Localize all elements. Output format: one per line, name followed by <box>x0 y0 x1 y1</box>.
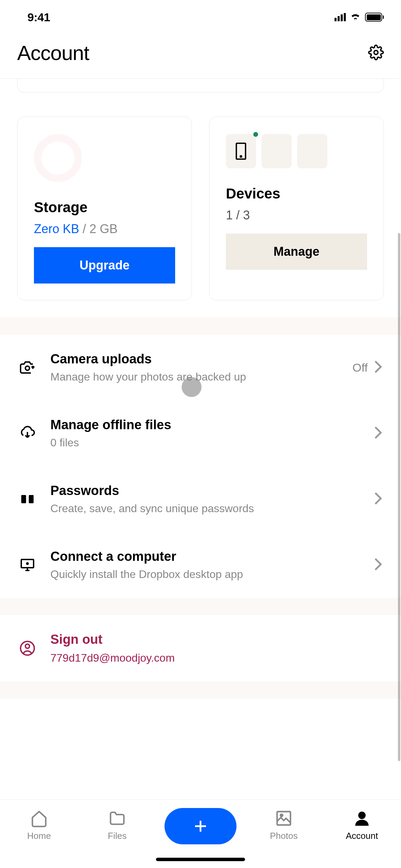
connect-computer-row[interactable]: Connect a computer Quickly install the D… <box>0 532 401 598</box>
svg-point-11 <box>280 814 283 817</box>
image-icon <box>275 809 293 827</box>
devices-count: 1 / 3 <box>226 208 367 222</box>
chevron-right-icon <box>374 492 382 507</box>
tab-account[interactable]: Account <box>331 809 393 841</box>
list-subtitle: Create, save, and sync unique passwords <box>50 502 360 515</box>
list-content: Manage offline files 0 files <box>50 418 360 449</box>
add-button[interactable] <box>165 808 236 844</box>
storage-used: Zero KB <box>34 222 79 236</box>
list-content: Connect a computer Quickly install the D… <box>50 549 360 581</box>
device-slot-empty <box>262 134 292 168</box>
storage-title: Storage <box>34 199 175 216</box>
settings-button[interactable] <box>368 45 384 62</box>
list-title: Passwords <box>50 483 360 498</box>
device-slot-active <box>226 134 256 168</box>
storage-usage-ring-icon <box>34 134 82 182</box>
status-label: Off <box>352 361 368 374</box>
list-trailing <box>374 557 382 572</box>
chevron-right-icon <box>374 557 382 572</box>
previous-card-edge <box>17 79 384 93</box>
svg-point-2 <box>240 156 242 157</box>
cellular-signal-icon <box>335 13 346 21</box>
scrollbar[interactable] <box>398 233 400 761</box>
tab-label: Files <box>108 831 127 841</box>
list-content: Passwords Create, save, and sync unique … <box>50 483 360 515</box>
home-indicator[interactable] <box>156 858 245 861</box>
list-title: Manage offline files <box>50 418 360 432</box>
battery-icon <box>365 13 384 22</box>
gear-icon <box>368 45 384 60</box>
device-slot-empty <box>297 134 327 168</box>
page-title: Account <box>17 41 89 65</box>
list-subtitle: 0 files <box>50 436 360 449</box>
devices-title: Devices <box>226 185 367 202</box>
home-icon <box>30 809 48 827</box>
storage-total: / 2 GB <box>79 222 118 236</box>
list-subtitle: Quickly install the Dropbox desktop app <box>50 568 360 581</box>
user-circle-icon <box>19 640 36 656</box>
svg-point-0 <box>374 50 378 55</box>
list-trailing <box>374 426 382 441</box>
tab-files[interactable]: Files <box>86 809 148 841</box>
status-time: 9:41 <box>27 11 50 24</box>
svg-rect-4 <box>21 495 26 503</box>
cloud-download-icon <box>19 425 36 442</box>
storage-info: Zero KB / 2 GB <box>34 222 175 236</box>
svg-rect-5 <box>29 495 34 503</box>
passwords-icon <box>19 491 36 507</box>
passwords-row[interactable]: Passwords Create, save, and sync unique … <box>0 466 401 532</box>
touch-indicator <box>182 377 202 397</box>
list-content: Sign out 779d17d9@moodjoy.com <box>50 632 382 664</box>
summary-cards: Storage Zero KB / 2 GB Upgrade Devices 1… <box>0 93 401 317</box>
chevron-right-icon <box>374 360 382 375</box>
manage-button[interactable]: Manage <box>226 233 367 270</box>
svg-point-7 <box>27 563 28 564</box>
tab-label: Account <box>346 831 378 841</box>
section-divider <box>0 317 401 335</box>
chevron-right-icon <box>374 426 382 441</box>
section-divider <box>0 682 401 699</box>
devices-card[interactable]: Devices 1 / 3 Manage <box>209 117 384 300</box>
sign-out-row[interactable]: Sign out 779d17d9@moodjoy.com <box>0 615 401 682</box>
svg-point-3 <box>25 366 29 370</box>
upgrade-button[interactable]: Upgrade <box>34 247 175 284</box>
wifi-icon <box>350 12 361 22</box>
section-divider <box>0 598 401 615</box>
tab-home[interactable]: Home <box>8 809 70 841</box>
folder-icon <box>108 809 126 827</box>
svg-point-12 <box>358 812 366 819</box>
sign-out-email: 779d17d9@moodjoy.com <box>50 652 382 664</box>
camera-upload-icon <box>19 359 36 376</box>
page-header: Account <box>0 34 401 79</box>
list-trailing <box>374 492 382 507</box>
person-icon <box>353 809 371 827</box>
status-indicators <box>335 12 384 22</box>
svg-point-9 <box>25 644 29 648</box>
plus-icon <box>192 818 209 834</box>
list-title: Connect a computer <box>50 549 360 564</box>
monitor-icon <box>19 557 36 573</box>
signout-section: Sign out 779d17d9@moodjoy.com <box>0 615 401 682</box>
tab-photos[interactable]: Photos <box>253 809 315 841</box>
devices-icons <box>226 134 367 168</box>
storage-card[interactable]: Storage Zero KB / 2 GB Upgrade <box>17 117 192 300</box>
list-title: Camera uploads <box>50 352 338 366</box>
list-trailing: Off <box>352 360 382 375</box>
tab-label: Photos <box>270 831 298 841</box>
active-indicator-dot <box>253 132 258 137</box>
status-bar: 9:41 <box>0 0 401 34</box>
features-list: Camera uploads Manage how your photos ar… <box>0 335 401 598</box>
sign-out-title: Sign out <box>50 632 382 647</box>
tab-label: Home <box>27 831 51 841</box>
offline-files-row[interactable]: Manage offline files 0 files <box>0 400 401 466</box>
phone-icon <box>235 143 246 160</box>
